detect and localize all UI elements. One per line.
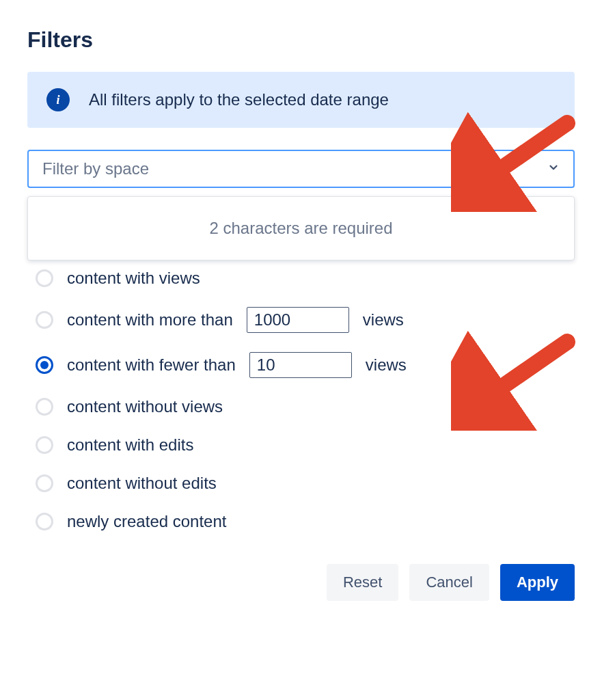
radio-label-suffix: views — [363, 310, 404, 329]
radio-label-prefix: content with fewer than — [67, 355, 236, 375]
cancel-button[interactable]: Cancel — [409, 564, 489, 601]
radio-option-newly-created[interactable]: newly created content — [36, 512, 575, 531]
chevron-down-icon — [547, 161, 560, 176]
info-icon: i — [46, 88, 70, 111]
radio-button[interactable] — [36, 398, 53, 416]
radio-label: content with views — [67, 269, 200, 288]
radio-label: content without views — [67, 397, 223, 416]
apply-button[interactable]: Apply — [500, 564, 575, 601]
radio-button[interactable] — [36, 269, 53, 287]
radio-label: newly created content — [67, 512, 226, 531]
button-bar: Reset Cancel Apply — [27, 564, 575, 601]
radio-label: content without edits — [67, 474, 217, 493]
info-banner-text: All filters apply to the selected date r… — [89, 90, 389, 109]
radio-button[interactable] — [36, 356, 53, 374]
radio-label-prefix: content with more than — [67, 310, 233, 329]
radio-option-content-with-views[interactable]: content with views — [36, 269, 575, 288]
radio-option-content-without-edits[interactable]: content without edits — [36, 474, 575, 493]
info-banner: i All filters apply to the selected date… — [27, 72, 575, 128]
radio-button[interactable] — [36, 513, 53, 530]
space-filter-placeholder: Filter by space — [42, 159, 149, 178]
radio-option-fewer-than[interactable]: content with fewer than views — [36, 352, 575, 378]
radio-button[interactable] — [36, 311, 53, 329]
radio-option-more-than[interactable]: content with more than views — [36, 307, 575, 333]
page-title: Filters — [27, 27, 575, 53]
radio-option-content-without-views[interactable]: content without views — [36, 397, 575, 416]
radio-label: content with edits — [67, 435, 193, 455]
reset-button[interactable]: Reset — [327, 564, 398, 601]
radio-option-content-with-edits[interactable]: content with edits — [36, 435, 575, 455]
radio-group: content with views content with more tha… — [36, 269, 575, 531]
radio-label-suffix: views — [366, 355, 407, 375]
radio-button[interactable] — [36, 474, 53, 492]
space-filter-select[interactable]: Filter by space — [27, 150, 575, 188]
space-filter-dropdown-hint: 2 characters are required — [27, 196, 575, 260]
fewer-than-input[interactable] — [249, 352, 352, 378]
more-than-input[interactable] — [247, 307, 349, 333]
radio-button[interactable] — [36, 436, 53, 454]
